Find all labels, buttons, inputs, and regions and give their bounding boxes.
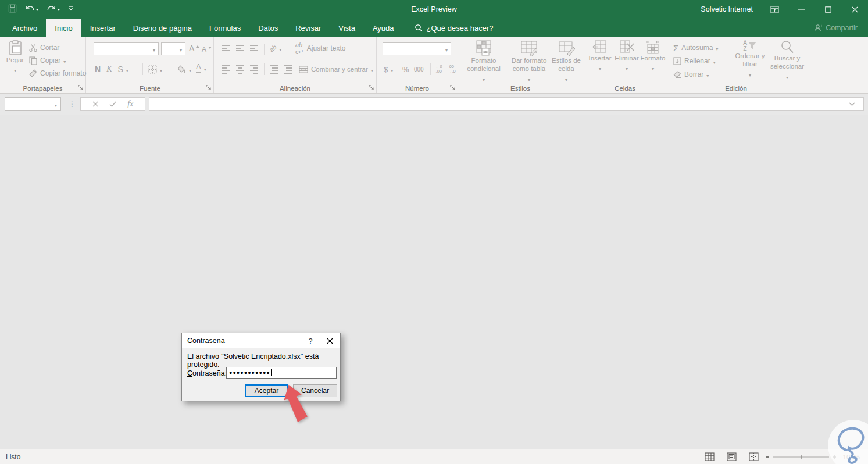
merge-center-dropdown-icon[interactable] bbox=[371, 64, 373, 74]
tab-insertar[interactable]: Insertar bbox=[81, 19, 124, 37]
share-button[interactable]: Compartir bbox=[814, 19, 858, 37]
decrease-decimal-icon[interactable]: 00→,0 bbox=[448, 65, 456, 73]
find-select-button[interactable]: Buscar y seleccionar bbox=[771, 40, 803, 81]
autosum-button[interactable]: Σ Autosuma bbox=[673, 42, 718, 53]
font-dialog-launcher-icon[interactable] bbox=[206, 85, 212, 91]
group-cells: Insertar Eliminar Formato Celdas bbox=[583, 37, 667, 93]
orientation-dropdown-icon[interactable] bbox=[279, 43, 281, 53]
bold-button[interactable]: N bbox=[95, 65, 101, 74]
account-name[interactable]: Solvetic Internet bbox=[701, 5, 753, 13]
fill-button[interactable]: Rellenar bbox=[673, 55, 716, 67]
underline-dropdown-icon[interactable] bbox=[126, 64, 128, 74]
formula-bar-resize-handle[interactable]: ⋮ bbox=[69, 97, 76, 111]
align-left-icon[interactable] bbox=[222, 65, 230, 74]
font-size-combo[interactable] bbox=[161, 42, 185, 55]
increase-indent-icon[interactable] bbox=[284, 65, 292, 74]
increase-font-size-icon[interactable]: A bbox=[189, 42, 199, 54]
orientation-button[interactable]: ab bbox=[269, 42, 281, 54]
font-color-dropdown-icon[interactable] bbox=[204, 63, 206, 73]
tab-revisar[interactable]: Revisar bbox=[287, 19, 330, 37]
cut-button[interactable]: Cortar bbox=[29, 42, 59, 53]
decrease-font-size-icon[interactable]: A bbox=[202, 44, 212, 55]
paste-dropdown-icon[interactable] bbox=[14, 64, 16, 74]
align-top-icon[interactable] bbox=[222, 45, 230, 51]
fill-color-dropdown-icon[interactable] bbox=[189, 64, 191, 74]
maximize-button[interactable] bbox=[815, 0, 841, 19]
percent-style-icon[interactable]: % bbox=[402, 63, 409, 75]
cell-styles-button[interactable]: Estilos de celda bbox=[551, 40, 581, 84]
tab-ayuda[interactable]: Ayuda bbox=[364, 19, 403, 37]
dialog-help-icon[interactable]: ? bbox=[302, 337, 319, 345]
name-box[interactable] bbox=[5, 97, 61, 111]
enter-entry-icon[interactable] bbox=[109, 101, 116, 107]
tab-inicio[interactable]: Inicio bbox=[46, 19, 81, 37]
sort-filter-dropdown-icon[interactable] bbox=[749, 69, 751, 79]
align-middle-icon[interactable] bbox=[236, 45, 244, 51]
number-format-combo[interactable] bbox=[383, 42, 451, 55]
wrap-text-button[interactable]: abc↵ Ajustar texto bbox=[295, 42, 345, 54]
paste-button[interactable]: Pegar bbox=[3, 40, 27, 74]
font-name-combo[interactable] bbox=[94, 42, 159, 55]
tab-archivo[interactable]: Archivo bbox=[3, 19, 46, 37]
tab-datos[interactable]: Datos bbox=[249, 19, 287, 37]
delete-cells-button[interactable]: Eliminar bbox=[614, 40, 640, 73]
format-cells-dropdown-icon[interactable] bbox=[652, 62, 654, 73]
clear-dropdown-icon[interactable] bbox=[706, 69, 709, 80]
underline-button[interactable]: S bbox=[117, 65, 123, 74]
conditional-formatting-button[interactable]: Formato condicional bbox=[463, 40, 505, 84]
cancel-entry-icon[interactable] bbox=[92, 101, 98, 107]
tell-me-search[interactable]: ¿Qué desea hacer? bbox=[415, 19, 494, 37]
copy-button[interactable]: Copiar bbox=[29, 55, 66, 66]
increase-decimal-icon[interactable]: ←0,00 bbox=[435, 65, 442, 73]
ribbon-display-options-button[interactable] bbox=[761, 0, 788, 19]
italic-button[interactable]: K bbox=[106, 65, 112, 74]
tab-vista[interactable]: Vista bbox=[330, 19, 364, 37]
decrease-indent-icon[interactable] bbox=[270, 65, 278, 74]
expand-formula-bar-icon[interactable] bbox=[849, 102, 855, 106]
font-color-button[interactable]: A bbox=[196, 62, 206, 74]
normal-view-icon[interactable] bbox=[705, 452, 715, 461]
insert-cells-dropdown-icon[interactable] bbox=[599, 62, 601, 73]
password-input[interactable]: ●●●●●●●●●●● bbox=[226, 367, 337, 379]
format-as-table-dropdown-icon[interactable] bbox=[528, 73, 530, 84]
format-as-table-label: Dar formato como tabla bbox=[507, 56, 551, 73]
merge-center-button[interactable]: Combinar y centrar bbox=[299, 63, 373, 75]
borders-dropdown-icon[interactable] bbox=[160, 64, 162, 74]
page-layout-view-icon[interactable] bbox=[727, 452, 737, 461]
autosum-dropdown-icon[interactable] bbox=[716, 42, 718, 53]
fill-dropdown-icon[interactable] bbox=[713, 56, 716, 66]
minimize-button[interactable] bbox=[788, 0, 815, 19]
page-break-preview-icon[interactable] bbox=[749, 452, 759, 461]
delete-cells-dropdown-icon[interactable] bbox=[626, 62, 628, 73]
dialog-title-bar[interactable]: Contraseña ? bbox=[182, 333, 340, 348]
format-painter-button[interactable]: Copiar formato bbox=[29, 67, 86, 79]
align-center-icon[interactable] bbox=[236, 65, 244, 74]
formula-input[interactable] bbox=[149, 97, 864, 111]
cell-styles-dropdown-icon[interactable] bbox=[565, 73, 567, 84]
format-cells-button[interactable]: Formato bbox=[641, 40, 665, 73]
insert-cells-button[interactable]: Insertar bbox=[588, 40, 612, 73]
find-select-dropdown-icon[interactable] bbox=[786, 71, 788, 81]
copy-dropdown-icon[interactable] bbox=[63, 55, 66, 66]
sort-filter-button[interactable]: AZ Ordenar y filtrar bbox=[730, 40, 770, 79]
alignment-dialog-launcher-icon[interactable] bbox=[369, 85, 374, 91]
clear-button[interactable]: Borrar bbox=[673, 69, 709, 80]
borders-button[interactable] bbox=[148, 63, 162, 75]
tab-diseno-de-pagina[interactable]: Diseño de página bbox=[124, 19, 201, 37]
fill-color-button[interactable] bbox=[177, 63, 191, 75]
format-as-table-button[interactable]: Dar formato como tabla bbox=[507, 40, 551, 84]
comma-style-icon[interactable]: 000 bbox=[414, 63, 424, 75]
number-dialog-launcher-icon[interactable] bbox=[450, 85, 456, 91]
close-button[interactable] bbox=[841, 0, 868, 19]
text-cursor bbox=[271, 369, 272, 376]
copy-label: Copiar bbox=[40, 56, 60, 65]
align-bottom-icon[interactable] bbox=[250, 45, 258, 51]
insert-function-icon[interactable]: fx bbox=[127, 99, 133, 109]
tab-formulas[interactable]: Fórmulas bbox=[201, 19, 249, 37]
clipboard-dialog-launcher-icon[interactable] bbox=[78, 85, 84, 91]
currency-dropdown-icon[interactable] bbox=[391, 64, 393, 74]
conditional-formatting-dropdown-icon[interactable] bbox=[483, 73, 485, 84]
currency-format-button[interactable]: $ bbox=[384, 63, 393, 75]
dialog-close-icon[interactable] bbox=[319, 333, 340, 348]
align-right-icon[interactable] bbox=[250, 65, 258, 74]
